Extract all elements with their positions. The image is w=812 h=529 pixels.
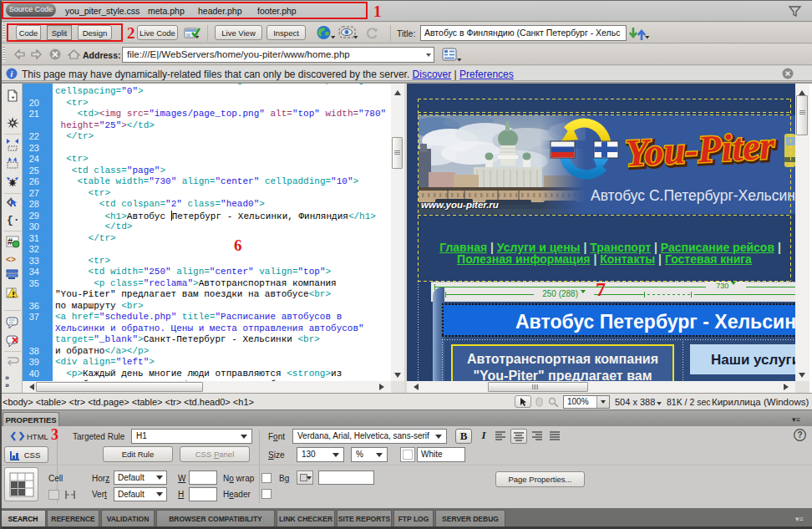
svg-text:You-Piter: You-Piter	[624, 126, 776, 175]
svg-text:#: #	[8, 237, 13, 247]
svg-text:i: i	[11, 69, 13, 79]
svg-text:<>: <>	[6, 256, 16, 264]
svg-text:?: ?	[797, 430, 802, 440]
svg-text:{·}: {·}	[7, 214, 20, 226]
